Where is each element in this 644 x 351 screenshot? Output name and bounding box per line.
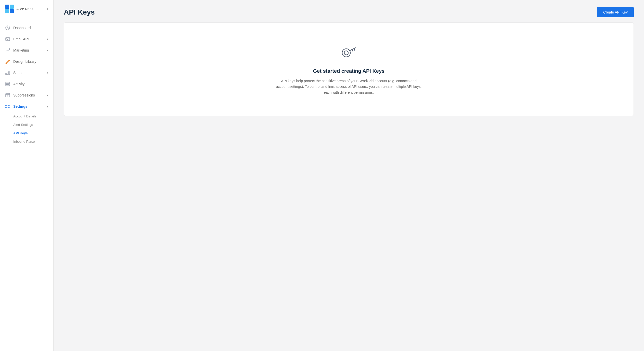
design-library-icon [5,59,10,64]
activity-icon [5,81,10,87]
sidebar-item-alert-settings[interactable]: Alert Settings [0,120,53,129]
user-menu[interactable]: Alice Netis ▾ [0,0,53,18]
empty-state-card: Get started creating API Keys API keys h… [64,22,634,116]
sidebar-item-dashboard[interactable]: Dashboard [0,22,53,33]
email-api-chevron-icon: ▾ [47,38,48,41]
sidebar-item-dashboard-label: Dashboard [13,26,48,30]
svg-rect-3 [10,9,14,13]
marketing-chevron-icon: ▾ [47,49,48,52]
sidebar-item-email-api[interactable]: Email API ▾ [0,33,53,45]
svg-rect-10 [6,82,10,86]
main-content: API Keys Create API Key Get started crea… [54,0,644,351]
svg-rect-0 [5,5,9,9]
svg-rect-5 [6,38,10,41]
svg-rect-16 [7,105,8,106]
sidebar-item-design-library[interactable]: Design Library [0,56,53,67]
sidebar-item-api-keys[interactable]: API Keys [0,129,53,137]
svg-rect-17 [9,105,10,106]
empty-state-description: API keys help protect the sensitive area… [275,78,423,95]
svg-rect-1 [10,5,14,9]
suppressions-chevron-icon: ▾ [47,94,48,97]
api-key-icon [340,43,358,62]
stats-icon [5,70,10,75]
sidebar-item-activity[interactable]: Activity [0,78,53,90]
sidebar-item-activity-label: Activity [13,82,48,86]
settings-chevron-icon: ▾ [47,105,48,108]
svg-rect-20 [9,107,10,108]
sidebar-item-stats-label: Stats [13,71,44,75]
settings-submenu: Account Details Alert Settings API Keys … [0,112,53,146]
sidebar-item-design-library-label: Design Library [13,59,48,64]
email-api-icon [5,37,10,42]
stats-chevron-icon: ▾ [47,71,48,75]
sidebar-item-account-details[interactable]: Account Details [0,112,53,120]
sidebar-item-marketing-label: Marketing [13,48,44,52]
svg-rect-14 [6,93,10,97]
svg-point-21 [342,49,350,57]
sidebar-item-stats[interactable]: Stats ▾ [0,67,53,78]
svg-point-22 [344,51,348,55]
dashboard-icon [5,25,10,30]
svg-rect-8 [7,72,8,75]
svg-line-24 [354,49,355,50]
app-logo [5,5,14,13]
sidebar-item-email-api-label: Email API [13,37,44,41]
create-api-key-button[interactable]: Create API Key [597,7,634,17]
sidebar-item-settings-label: Settings [13,104,44,108]
svg-point-13 [8,84,9,85]
svg-rect-7 [6,73,7,75]
empty-state-title: Get started creating API Keys [313,68,385,74]
svg-line-25 [352,50,353,51]
sidebar-item-suppressions[interactable]: Suppressions ▾ [0,90,53,101]
svg-rect-9 [9,71,10,75]
username-label: Alice Netis [16,7,44,11]
sidebar-item-inbound-parse[interactable]: Inbound Parse [0,137,53,146]
svg-rect-2 [5,9,9,13]
suppressions-icon [5,93,10,98]
svg-point-6 [9,49,10,50]
page-header: API Keys Create API Key [54,0,644,22]
svg-point-11 [6,84,7,85]
svg-rect-15 [6,105,7,106]
svg-rect-18 [6,107,7,108]
svg-rect-19 [7,107,8,108]
svg-point-12 [7,84,8,85]
marketing-icon [5,48,10,53]
nav-menu: Dashboard Email API ▾ Marketing ▾ [0,18,53,351]
settings-icon [5,104,10,109]
user-menu-chevron-icon: ▾ [47,7,48,11]
sidebar-item-settings[interactable]: Settings ▾ [0,101,53,112]
content-area: Get started creating API Keys API keys h… [54,22,644,351]
page-title: API Keys [64,8,95,16]
sidebar-item-marketing[interactable]: Marketing ▾ [0,45,53,56]
sidebar-item-suppressions-label: Suppressions [13,93,44,97]
sidebar: Alice Netis ▾ Dashboard Email A [0,0,54,351]
